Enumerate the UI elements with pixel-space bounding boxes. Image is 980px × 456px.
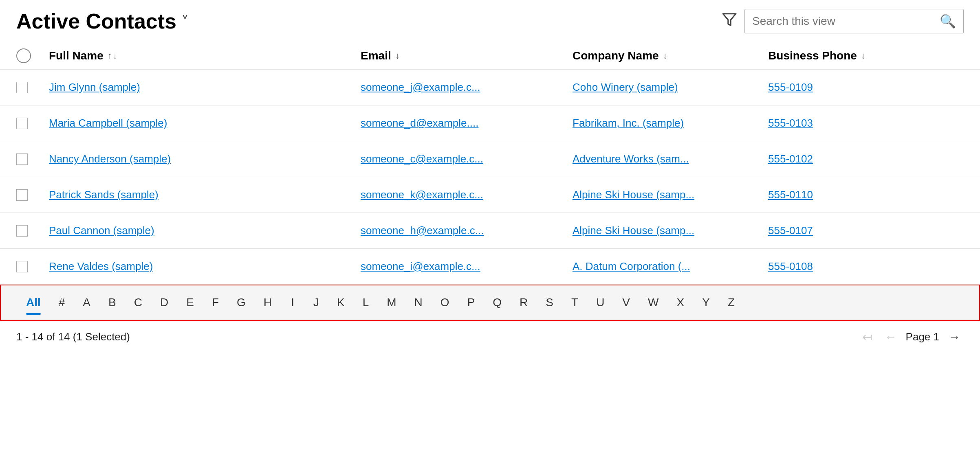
- table-row: Patrick Sands (sample) someone_k@example…: [0, 177, 980, 213]
- footer: 1 - 14 of 14 (1 Selected) ↤ ← Page 1 →: [0, 321, 980, 353]
- contact-phone-link[interactable]: 555-0108: [768, 260, 939, 273]
- alpha-nav-item-c[interactable]: C: [125, 293, 151, 312]
- col-header-phone: Business Phone ↓: [768, 49, 939, 62]
- contact-email-link[interactable]: someone_c@example.c...: [361, 153, 573, 165]
- col-header-fullname: Full Name ↑ ↓: [49, 49, 361, 62]
- alpha-nav-item-w[interactable]: W: [639, 293, 667, 312]
- contact-company-link[interactable]: Alpine Ski House (samp...: [573, 224, 768, 237]
- alpha-nav-item-j[interactable]: J: [304, 293, 328, 312]
- alpha-nav: All#ABCDEFGHIJKLMNOPQRSTUVWXYZ: [1, 285, 979, 320]
- alpha-nav-item-p[interactable]: P: [458, 293, 484, 312]
- contact-email-link[interactable]: someone_k@example.c...: [361, 189, 573, 201]
- title-chevron-down-icon[interactable]: ˅: [181, 13, 189, 31]
- alpha-nav-item-n[interactable]: N: [405, 293, 432, 312]
- col-label-email: Email: [361, 49, 391, 62]
- col-label-company: Company Name: [573, 49, 659, 62]
- contact-company-link[interactable]: A. Datum Corporation (...: [573, 260, 768, 273]
- company-sort-icon[interactable]: ↓: [663, 50, 667, 61]
- contact-email-link[interactable]: someone_j@example.c...: [361, 81, 573, 94]
- alpha-nav-item-d[interactable]: D: [151, 293, 177, 312]
- first-page-button[interactable]: ↤: [859, 328, 876, 346]
- row-checkbox[interactable]: [16, 189, 28, 201]
- contact-name-link[interactable]: Paul Cannon (sample): [49, 224, 361, 237]
- page-label: Page 1: [906, 331, 939, 343]
- alpha-nav-item-m[interactable]: M: [378, 293, 405, 312]
- row-checkbox[interactable]: [16, 82, 28, 93]
- alpha-nav-item-q[interactable]: Q: [484, 293, 511, 312]
- alpha-nav-item-t[interactable]: T: [562, 293, 587, 312]
- contact-company-link[interactable]: Adventure Works (sam...: [573, 153, 768, 165]
- alpha-nav-item-u[interactable]: U: [587, 293, 613, 312]
- record-count: 1 - 14 of 14 (1 Selected): [16, 331, 130, 343]
- col-header-company: Company Name ↓: [573, 49, 768, 62]
- page-header: Active Contacts ˅ 🔍: [0, 0, 980, 41]
- alpha-nav-item-f[interactable]: F: [203, 293, 228, 312]
- contact-email-link[interactable]: someone_d@example....: [361, 117, 573, 129]
- contact-company-link[interactable]: Alpine Ski House (samp...: [573, 189, 768, 201]
- row-checkbox-cell: [16, 153, 49, 165]
- fullname-sort-desc-icon[interactable]: ↓: [113, 50, 117, 61]
- table-row: Nancy Anderson (sample) someone_c@exampl…: [0, 141, 980, 177]
- fullname-sort-icons: ↑ ↓: [108, 50, 117, 61]
- contact-name-link[interactable]: Maria Campbell (sample): [49, 117, 361, 129]
- alpha-nav-item-all[interactable]: All: [17, 293, 50, 312]
- alpha-nav-item-v[interactable]: V: [613, 293, 639, 312]
- search-box: 🔍: [744, 9, 964, 33]
- contact-phone-link[interactable]: 555-0102: [768, 153, 939, 165]
- select-all-checkbox-cell: [16, 48, 49, 63]
- row-checkbox[interactable]: [16, 118, 28, 129]
- row-checkbox-cell: [16, 261, 49, 272]
- phone-sort-icon[interactable]: ↓: [861, 50, 865, 61]
- search-input[interactable]: [745, 11, 932, 32]
- row-checkbox-cell: [16, 82, 49, 93]
- alpha-nav-item-a[interactable]: A: [74, 293, 99, 312]
- alpha-nav-item-x[interactable]: X: [667, 293, 693, 312]
- alpha-nav-item-l[interactable]: L: [354, 293, 378, 312]
- contacts-table: Full Name ↑ ↓ Email ↓ Company Name ↓ Bus…: [0, 41, 980, 285]
- search-button[interactable]: 🔍: [932, 9, 963, 33]
- alpha-nav-item-y[interactable]: Y: [693, 293, 719, 312]
- contact-name-link[interactable]: Patrick Sands (sample): [49, 189, 361, 201]
- alpha-nav-item-o[interactable]: O: [432, 293, 458, 312]
- table-row: Paul Cannon (sample) someone_h@example.c…: [0, 213, 980, 249]
- alpha-nav-item-g[interactable]: G: [228, 293, 255, 312]
- row-checkbox[interactable]: [16, 261, 28, 272]
- row-checkbox[interactable]: [16, 225, 28, 237]
- header-right: 🔍: [722, 9, 964, 33]
- header-left: Active Contacts ˅: [16, 9, 189, 33]
- alpha-nav-item-s[interactable]: S: [537, 293, 562, 312]
- col-label-phone: Business Phone: [768, 49, 857, 62]
- alpha-nav-item-#[interactable]: #: [50, 293, 74, 312]
- row-checkbox[interactable]: [16, 153, 28, 165]
- contact-phone-link[interactable]: 555-0103: [768, 117, 939, 129]
- contact-email-link[interactable]: someone_h@example.c...: [361, 224, 573, 237]
- contact-phone-link[interactable]: 555-0110: [768, 189, 939, 201]
- svg-marker-0: [723, 13, 736, 25]
- alpha-nav-item-e[interactable]: E: [177, 293, 203, 312]
- contact-name-link[interactable]: Rene Valdes (sample): [49, 260, 361, 273]
- contact-company-link[interactable]: Coho Winery (sample): [573, 81, 768, 94]
- contact-phone-link[interactable]: 555-0107: [768, 224, 939, 237]
- fullname-sort-asc-icon[interactable]: ↑: [108, 50, 112, 61]
- row-checkbox-cell: [16, 189, 49, 201]
- alpha-nav-wrapper: All#ABCDEFGHIJKLMNOPQRSTUVWXYZ: [0, 285, 980, 321]
- prev-page-button[interactable]: ←: [881, 329, 900, 346]
- alpha-nav-item-r[interactable]: R: [511, 293, 537, 312]
- table-row: Jim Glynn (sample) someone_j@example.c..…: [0, 70, 980, 105]
- contact-name-link[interactable]: Nancy Anderson (sample): [49, 153, 361, 165]
- alpha-nav-item-i[interactable]: I: [281, 293, 304, 312]
- alpha-nav-item-z[interactable]: Z: [719, 293, 744, 312]
- contact-name-link[interactable]: Jim Glynn (sample): [49, 81, 361, 94]
- contact-company-link[interactable]: Fabrikam, Inc. (sample): [573, 117, 768, 129]
- row-checkbox-cell: [16, 225, 49, 237]
- contact-email-link[interactable]: someone_i@example.c...: [361, 260, 573, 273]
- next-page-button[interactable]: →: [945, 329, 964, 346]
- email-sort-icon[interactable]: ↓: [395, 50, 400, 61]
- select-all-checkbox[interactable]: [16, 48, 31, 63]
- alpha-nav-item-b[interactable]: B: [99, 293, 125, 312]
- pagination: ↤ ← Page 1 →: [859, 328, 964, 346]
- contact-phone-link[interactable]: 555-0109: [768, 81, 939, 94]
- alpha-nav-item-k[interactable]: K: [328, 293, 354, 312]
- filter-icon[interactable]: [722, 12, 737, 31]
- alpha-nav-item-h[interactable]: H: [255, 293, 281, 312]
